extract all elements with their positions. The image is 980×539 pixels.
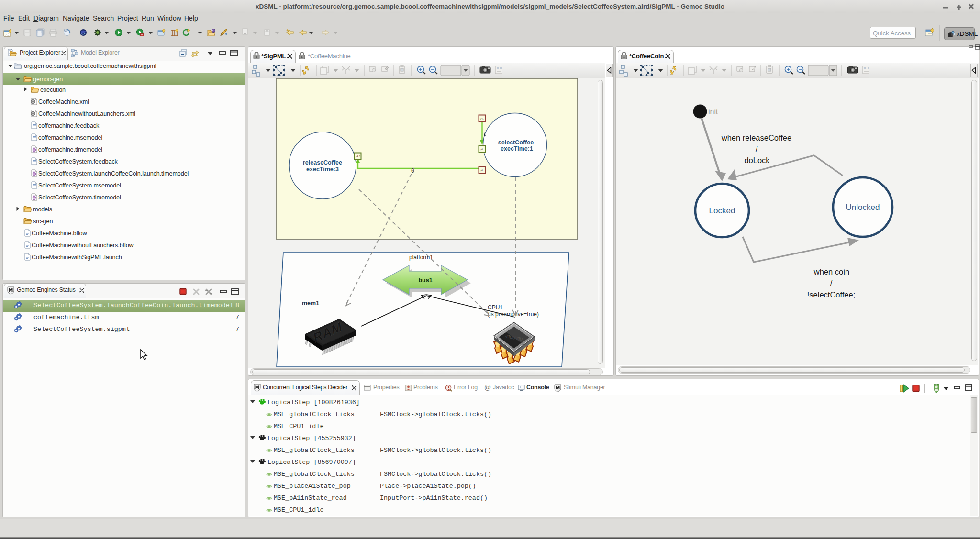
svg-text:Locked: Locked (709, 206, 735, 215)
svg-text:/: / (756, 145, 758, 154)
svg-text:execTime:3: execTime:3 (306, 166, 339, 173)
svg-text:doLock: doLock (744, 156, 770, 165)
svg-text:μ4..: μ4.. (480, 169, 484, 172)
svg-text:execTime:1: execTime:1 (501, 145, 533, 152)
svg-text:releaseCoffee: releaseCoffee (303, 159, 342, 166)
svg-text:!selectCoffee;: !selectCoffee; (807, 290, 856, 299)
svg-text:when releaseCoffee: when releaseCoffee (721, 133, 791, 142)
svg-text:μ4..: μ4.. (480, 148, 484, 151)
svg-text:mem1: mem1 (302, 300, 319, 307)
svg-text:bus1: bus1 (418, 277, 432, 284)
svg-text:platform1: platform1 (409, 254, 433, 261)
svg-text:μ4..: μ4.. (480, 117, 484, 120)
svg-text:μ4.3: μ4.3 (356, 155, 360, 158)
svg-text:when coin: when coin (813, 267, 849, 276)
svg-text:Unlocked: Unlocked (846, 203, 880, 212)
svg-text:init: init (708, 108, 718, 116)
svg-text:CPU1: CPU1 (488, 304, 503, 311)
svg-text:selectCoffee: selectCoffee (498, 139, 534, 146)
svg-text:/: / (830, 279, 833, 287)
